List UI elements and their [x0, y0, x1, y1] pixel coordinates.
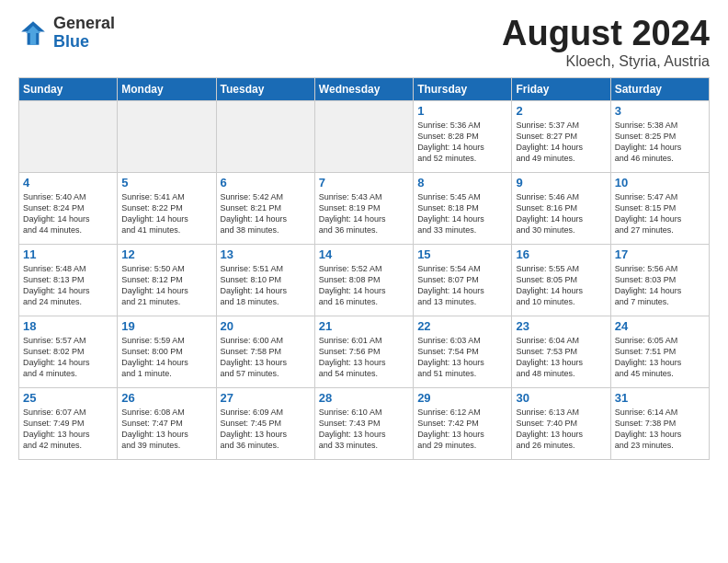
day-number: 19: [121, 319, 211, 333]
col-saturday: Saturday: [610, 77, 709, 100]
calendar-week-row: 1Sunrise: 5:36 AM Sunset: 8:28 PM Daylig…: [19, 100, 710, 172]
table-row: 6Sunrise: 5:42 AM Sunset: 8:21 PM Daylig…: [216, 172, 314, 244]
table-row: [216, 100, 314, 172]
day-number: 3: [615, 104, 705, 118]
page: General Blue August 2024 Kloech, Styria,…: [0, 0, 728, 469]
day-number: 23: [516, 319, 606, 333]
table-row: [118, 100, 216, 172]
day-info: Sunrise: 6:07 AM Sunset: 7:49 PM Dayligh…: [23, 407, 113, 452]
day-number: 15: [417, 247, 507, 261]
day-number: 11: [23, 247, 113, 261]
day-info: Sunrise: 5:57 AM Sunset: 8:02 PM Dayligh…: [23, 335, 113, 380]
day-info: Sunrise: 5:59 AM Sunset: 8:00 PM Dayligh…: [121, 335, 211, 380]
day-info: Sunrise: 5:56 AM Sunset: 8:03 PM Dayligh…: [615, 263, 705, 308]
header: General Blue August 2024 Kloech, Styria,…: [18, 15, 710, 70]
table-row: 8Sunrise: 5:45 AM Sunset: 8:18 PM Daylig…: [414, 172, 512, 244]
day-number: 14: [319, 247, 409, 261]
day-number: 16: [516, 247, 606, 261]
calendar-week-row: 11Sunrise: 5:48 AM Sunset: 8:13 PM Dayli…: [19, 244, 710, 316]
table-row: 12Sunrise: 5:50 AM Sunset: 8:12 PM Dayli…: [118, 244, 216, 316]
day-info: Sunrise: 5:37 AM Sunset: 8:27 PM Dayligh…: [516, 120, 606, 165]
day-number: 30: [516, 391, 606, 405]
day-info: Sunrise: 5:43 AM Sunset: 8:19 PM Dayligh…: [319, 191, 409, 236]
day-info: Sunrise: 5:50 AM Sunset: 8:12 PM Dayligh…: [121, 263, 211, 308]
table-row: 30Sunrise: 6:13 AM Sunset: 7:40 PM Dayli…: [512, 387, 610, 459]
table-row: 23Sunrise: 6:04 AM Sunset: 7:53 PM Dayli…: [512, 316, 610, 387]
table-row: [314, 100, 413, 172]
day-number: 12: [121, 247, 211, 261]
table-row: 31Sunrise: 6:14 AM Sunset: 7:38 PM Dayli…: [610, 387, 709, 459]
day-info: Sunrise: 5:48 AM Sunset: 8:13 PM Dayligh…: [23, 263, 113, 308]
table-row: 2Sunrise: 5:37 AM Sunset: 8:27 PM Daylig…: [512, 100, 610, 172]
day-number: 24: [615, 319, 705, 333]
table-row: 5Sunrise: 5:41 AM Sunset: 8:22 PM Daylig…: [118, 172, 216, 244]
table-row: 22Sunrise: 6:03 AM Sunset: 7:54 PM Dayli…: [414, 316, 512, 387]
calendar-table: Sunday Monday Tuesday Wednesday Thursday…: [18, 77, 710, 460]
day-info: Sunrise: 5:46 AM Sunset: 8:16 PM Dayligh…: [516, 191, 606, 236]
day-info: Sunrise: 5:38 AM Sunset: 8:25 PM Dayligh…: [615, 120, 705, 165]
day-number: 6: [221, 176, 311, 190]
day-number: 7: [319, 176, 409, 190]
day-info: Sunrise: 5:54 AM Sunset: 8:07 PM Dayligh…: [417, 263, 507, 308]
day-info: Sunrise: 5:47 AM Sunset: 8:15 PM Dayligh…: [615, 191, 705, 236]
day-info: Sunrise: 6:13 AM Sunset: 7:40 PM Dayligh…: [516, 407, 606, 452]
calendar-week-row: 4Sunrise: 5:40 AM Sunset: 8:24 PM Daylig…: [19, 172, 710, 244]
day-number: 28: [319, 391, 409, 405]
day-number: 26: [121, 391, 211, 405]
logo: General Blue: [18, 15, 115, 52]
col-tuesday: Tuesday: [216, 77, 314, 100]
day-number: 25: [23, 391, 113, 405]
table-row: 9Sunrise: 5:46 AM Sunset: 8:16 PM Daylig…: [512, 172, 610, 244]
calendar-week-row: 18Sunrise: 5:57 AM Sunset: 8:02 PM Dayli…: [19, 316, 710, 387]
day-info: Sunrise: 5:40 AM Sunset: 8:24 PM Dayligh…: [23, 191, 113, 236]
day-number: 20: [221, 319, 311, 333]
day-info: Sunrise: 5:51 AM Sunset: 8:10 PM Dayligh…: [221, 263, 311, 308]
day-number: 13: [221, 247, 311, 261]
table-row: [19, 100, 118, 172]
table-row: 13Sunrise: 5:51 AM Sunset: 8:10 PM Dayli…: [216, 244, 314, 316]
col-friday: Friday: [512, 77, 610, 100]
title-location: Kloech, Styria, Austria: [502, 53, 710, 70]
day-number: 4: [23, 176, 113, 190]
table-row: 7Sunrise: 5:43 AM Sunset: 8:19 PM Daylig…: [314, 172, 413, 244]
day-number: 17: [615, 247, 705, 261]
calendar-header-row: Sunday Monday Tuesday Wednesday Thursday…: [19, 77, 710, 100]
table-row: 26Sunrise: 6:08 AM Sunset: 7:47 PM Dayli…: [118, 387, 216, 459]
day-number: 21: [319, 319, 409, 333]
table-row: 15Sunrise: 5:54 AM Sunset: 8:07 PM Dayli…: [414, 244, 512, 316]
day-number: 31: [615, 391, 705, 405]
table-row: 3Sunrise: 5:38 AM Sunset: 8:25 PM Daylig…: [610, 100, 709, 172]
table-row: 14Sunrise: 5:52 AM Sunset: 8:08 PM Dayli…: [314, 244, 413, 316]
title-month: August 2024: [502, 15, 710, 53]
day-number: 9: [516, 176, 606, 190]
table-row: 21Sunrise: 6:01 AM Sunset: 7:56 PM Dayli…: [314, 316, 413, 387]
col-monday: Monday: [118, 77, 216, 100]
table-row: 27Sunrise: 6:09 AM Sunset: 7:45 PM Dayli…: [216, 387, 314, 459]
day-info: Sunrise: 5:36 AM Sunset: 8:28 PM Dayligh…: [417, 120, 507, 165]
col-thursday: Thursday: [414, 77, 512, 100]
table-row: 16Sunrise: 5:55 AM Sunset: 8:05 PM Dayli…: [512, 244, 610, 316]
day-info: Sunrise: 5:55 AM Sunset: 8:05 PM Dayligh…: [516, 263, 606, 308]
table-row: 1Sunrise: 5:36 AM Sunset: 8:28 PM Daylig…: [414, 100, 512, 172]
day-info: Sunrise: 6:12 AM Sunset: 7:42 PM Dayligh…: [417, 407, 507, 452]
day-number: 29: [417, 391, 507, 405]
logo-icon: [18, 18, 48, 48]
day-info: Sunrise: 5:42 AM Sunset: 8:21 PM Dayligh…: [221, 191, 311, 236]
logo-general-label: General: [53, 15, 115, 33]
table-row: 10Sunrise: 5:47 AM Sunset: 8:15 PM Dayli…: [610, 172, 709, 244]
day-number: 10: [615, 176, 705, 190]
table-row: 25Sunrise: 6:07 AM Sunset: 7:49 PM Dayli…: [19, 387, 118, 459]
day-info: Sunrise: 6:01 AM Sunset: 7:56 PM Dayligh…: [319, 335, 409, 380]
day-number: 27: [221, 391, 311, 405]
day-number: 18: [23, 319, 113, 333]
table-row: 19Sunrise: 5:59 AM Sunset: 8:00 PM Dayli…: [118, 316, 216, 387]
logo-blue-label: Blue: [53, 33, 115, 52]
table-row: 28Sunrise: 6:10 AM Sunset: 7:43 PM Dayli…: [314, 387, 413, 459]
table-row: 11Sunrise: 5:48 AM Sunset: 8:13 PM Dayli…: [19, 244, 118, 316]
day-number: 1: [417, 104, 507, 118]
day-info: Sunrise: 5:41 AM Sunset: 8:22 PM Dayligh…: [121, 191, 211, 236]
logo-text: General Blue: [53, 15, 115, 52]
day-number: 2: [516, 104, 606, 118]
day-number: 5: [121, 176, 211, 190]
calendar-week-row: 25Sunrise: 6:07 AM Sunset: 7:49 PM Dayli…: [19, 387, 710, 459]
